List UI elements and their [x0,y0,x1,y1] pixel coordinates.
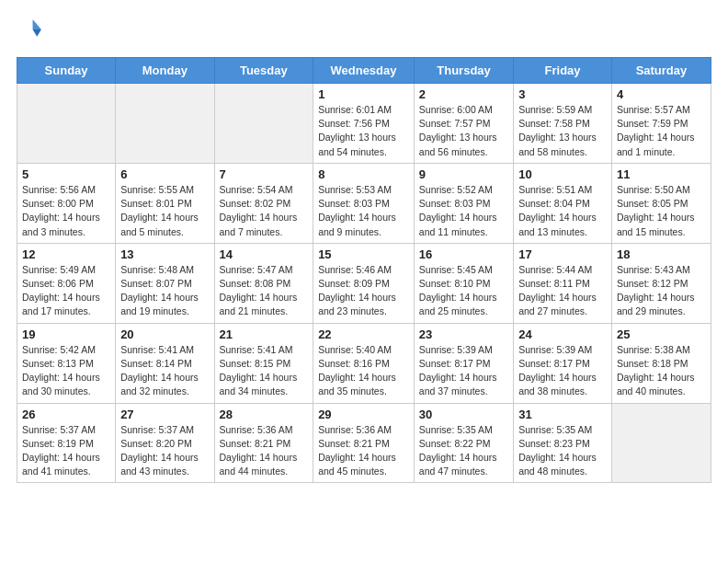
day-info: Sunrise: 5:38 AM Sunset: 8:18 PM Dayligh… [617,343,706,399]
day-info: Sunrise: 5:59 AM Sunset: 7:58 PM Dayligh… [518,103,607,159]
day-info: Sunrise: 5:51 AM Sunset: 8:04 PM Dayligh… [518,183,607,239]
day-number: 9 [419,167,508,181]
calendar-cell: 13Sunrise: 5:48 AM Sunset: 8:07 PM Dayli… [116,243,214,323]
day-info: Sunrise: 5:52 AM Sunset: 8:03 PM Dayligh… [419,183,508,239]
day-info: Sunrise: 5:43 AM Sunset: 8:12 PM Dayligh… [617,263,706,319]
logo [17,17,46,46]
day-info: Sunrise: 5:54 AM Sunset: 8:02 PM Dayligh… [220,183,309,239]
day-number: 5 [22,167,110,181]
calendar-cell: 9Sunrise: 5:52 AM Sunset: 8:03 PM Daylig… [414,163,513,243]
day-number: 30 [419,408,508,421]
day-number: 26 [22,408,110,421]
week-row-1: 1Sunrise: 6:01 AM Sunset: 7:56 PM Daylig… [17,84,711,164]
calendar-cell: 23Sunrise: 5:39 AM Sunset: 8:17 PM Dayli… [414,323,513,403]
day-info: Sunrise: 5:56 AM Sunset: 8:00 PM Dayligh… [22,183,110,239]
week-row-5: 26Sunrise: 5:37 AM Sunset: 8:19 PM Dayli… [17,403,711,483]
day-number: 1 [318,87,409,101]
header [17,17,711,46]
day-number: 10 [518,167,607,181]
day-number: 23 [419,327,508,341]
calendar-cell: 29Sunrise: 5:36 AM Sunset: 8:21 PM Dayli… [313,403,415,483]
weekday-header-friday: Friday [514,58,612,84]
day-number: 17 [518,247,607,261]
calendar-cell [17,84,116,164]
day-info: Sunrise: 5:39 AM Sunset: 8:17 PM Dayligh… [518,343,607,399]
calendar-cell [116,84,214,164]
day-number: 16 [419,247,508,261]
day-number: 3 [518,87,607,101]
svg-marker-1 [33,29,41,37]
calendar-cell: 22Sunrise: 5:40 AM Sunset: 8:16 PM Dayli… [313,323,415,403]
calendar-cell: 10Sunrise: 5:51 AM Sunset: 8:04 PM Dayli… [514,163,612,243]
day-number: 24 [518,327,607,341]
weekday-header-wednesday: Wednesday [313,58,415,84]
day-number: 6 [120,167,209,181]
calendar-cell [214,84,313,164]
calendar-cell: 19Sunrise: 5:42 AM Sunset: 8:13 PM Dayli… [17,323,116,403]
week-row-4: 19Sunrise: 5:42 AM Sunset: 8:13 PM Dayli… [17,323,711,403]
day-number: 31 [518,408,607,421]
calendar-cell: 20Sunrise: 5:41 AM Sunset: 8:14 PM Dayli… [116,323,214,403]
calendar-cell: 7Sunrise: 5:54 AM Sunset: 8:02 PM Daylig… [214,163,313,243]
calendar-cell: 21Sunrise: 5:41 AM Sunset: 8:15 PM Dayli… [214,323,313,403]
day-info: Sunrise: 5:55 AM Sunset: 8:01 PM Dayligh… [120,183,209,239]
week-row-2: 5Sunrise: 5:56 AM Sunset: 8:00 PM Daylig… [17,163,711,243]
day-info: Sunrise: 5:41 AM Sunset: 8:14 PM Dayligh… [120,343,209,399]
calendar-cell [611,403,711,483]
page: SundayMondayTuesdayWednesdayThursdayFrid… [0,0,728,492]
day-number: 8 [318,167,409,181]
day-number: 15 [318,247,409,261]
day-info: Sunrise: 5:35 AM Sunset: 8:22 PM Dayligh… [419,423,508,479]
day-info: Sunrise: 6:00 AM Sunset: 7:57 PM Dayligh… [419,103,508,159]
calendar-cell: 25Sunrise: 5:38 AM Sunset: 8:18 PM Dayli… [611,323,711,403]
day-number: 2 [419,87,508,101]
weekday-header-thursday: Thursday [414,58,513,84]
calendar-cell: 6Sunrise: 5:55 AM Sunset: 8:01 PM Daylig… [116,163,214,243]
weekday-header-tuesday: Tuesday [214,58,313,84]
calendar-cell: 5Sunrise: 5:56 AM Sunset: 8:00 PM Daylig… [17,163,116,243]
calendar-cell: 2Sunrise: 6:00 AM Sunset: 7:57 PM Daylig… [414,84,513,164]
day-number: 25 [617,327,706,341]
day-number: 11 [617,167,706,181]
day-number: 21 [220,327,309,341]
svg-marker-0 [33,19,41,29]
calendar-cell: 24Sunrise: 5:39 AM Sunset: 8:17 PM Dayli… [514,323,612,403]
day-info: Sunrise: 5:39 AM Sunset: 8:17 PM Dayligh… [419,343,508,399]
weekday-header-saturday: Saturday [611,58,711,84]
day-info: Sunrise: 5:42 AM Sunset: 8:13 PM Dayligh… [22,343,110,399]
calendar-cell: 17Sunrise: 5:44 AM Sunset: 8:11 PM Dayli… [514,243,612,323]
day-info: Sunrise: 5:37 AM Sunset: 8:19 PM Dayligh… [22,423,110,479]
day-number: 12 [22,247,110,261]
day-number: 29 [318,408,409,421]
day-info: Sunrise: 5:46 AM Sunset: 8:09 PM Dayligh… [318,263,409,319]
day-number: 4 [617,87,706,101]
calendar-cell: 11Sunrise: 5:50 AM Sunset: 8:05 PM Dayli… [611,163,711,243]
calendar-cell: 4Sunrise: 5:57 AM Sunset: 7:59 PM Daylig… [611,84,711,164]
day-info: Sunrise: 5:36 AM Sunset: 8:21 PM Dayligh… [220,423,309,479]
day-number: 14 [220,247,309,261]
day-info: Sunrise: 5:49 AM Sunset: 8:06 PM Dayligh… [22,263,110,319]
day-number: 28 [220,408,309,421]
day-number: 27 [120,408,209,421]
day-number: 20 [120,327,209,341]
day-number: 18 [617,247,706,261]
calendar-cell: 14Sunrise: 5:47 AM Sunset: 8:08 PM Dayli… [214,243,313,323]
day-info: Sunrise: 5:57 AM Sunset: 7:59 PM Dayligh… [617,103,706,159]
day-info: Sunrise: 5:40 AM Sunset: 8:16 PM Dayligh… [318,343,409,399]
calendar-cell: 30Sunrise: 5:35 AM Sunset: 8:22 PM Dayli… [414,403,513,483]
day-number: 13 [120,247,209,261]
calendar-cell: 31Sunrise: 5:35 AM Sunset: 8:23 PM Dayli… [514,403,612,483]
calendar-cell: 15Sunrise: 5:46 AM Sunset: 8:09 PM Dayli… [313,243,415,323]
day-info: Sunrise: 5:53 AM Sunset: 8:03 PM Dayligh… [318,183,409,239]
calendar-cell: 28Sunrise: 5:36 AM Sunset: 8:21 PM Dayli… [214,403,313,483]
day-info: Sunrise: 5:48 AM Sunset: 8:07 PM Dayligh… [120,263,209,319]
day-number: 19 [22,327,110,341]
calendar-cell: 27Sunrise: 5:37 AM Sunset: 8:20 PM Dayli… [116,403,214,483]
day-number: 7 [220,167,309,181]
logo-icon [18,17,44,42]
weekday-header-row: SundayMondayTuesdayWednesdayThursdayFrid… [17,58,711,84]
day-info: Sunrise: 5:36 AM Sunset: 8:21 PM Dayligh… [318,423,409,479]
day-info: Sunrise: 5:37 AM Sunset: 8:20 PM Dayligh… [120,423,209,479]
weekday-header-monday: Monday [116,58,214,84]
day-info: Sunrise: 5:50 AM Sunset: 8:05 PM Dayligh… [617,183,706,239]
